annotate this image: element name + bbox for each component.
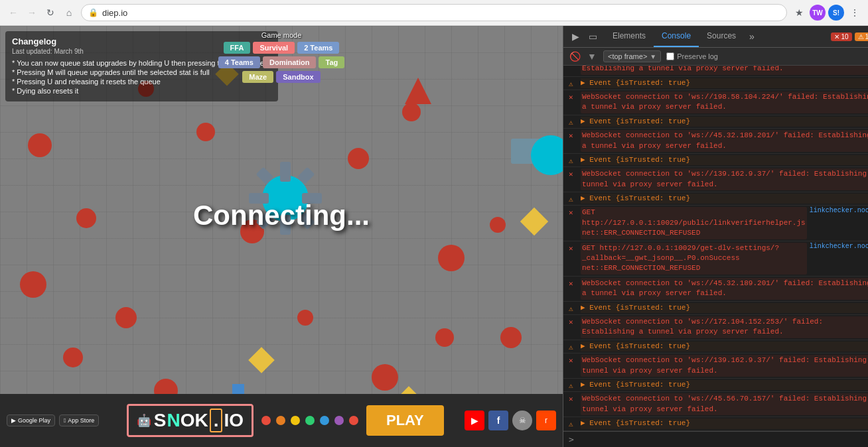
console-content[interactable]: dependencies (errRunning...build_71dc873…	[563, 66, 868, 431]
svg-point-13	[435, 328, 454, 347]
log-entry: ✕WebSocket connection to 'ws://139.162.9…	[563, 353, 868, 379]
log-source[interactable]: linkchecker.nocache.is:372	[810, 207, 868, 214]
tab-elements[interactable]: Elements	[605, 26, 654, 47]
dt-badges: ✕ 10 ⚠ 10	[827, 32, 868, 41]
log-entry: ⚠▶ Event {isTrusted: true}sdk.js:6	[563, 115, 868, 129]
log-body: WebSocket connection to 'ws://172.104.15…	[581, 66, 868, 75]
console-toolbar: 🚫 ▼ <top frame> ▼ Preserve log	[563, 48, 868, 66]
warn-log-icon: ⚠	[569, 80, 578, 88]
svg-rect-29	[302, 193, 322, 204]
preserve-log-text: Preserve log	[677, 52, 718, 60]
facebook-icon[interactable]: f	[488, 411, 508, 430]
svg-point-2	[76, 208, 96, 228]
browser-chrome: ← → ↻ ⌂ 🔒 diep.io ★ TW S! ⋮	[0, 0, 868, 26]
console-input[interactable]	[578, 436, 868, 444]
log-entry: ✕GET http://127.0.0.1:10029/public/linkv…	[563, 206, 868, 241]
devtools-tabs: Elements Console Sources »	[605, 26, 827, 47]
reddit-icon[interactable]: r	[536, 411, 556, 430]
tab-console[interactable]: Console	[654, 26, 699, 47]
warn-log-icon: ⚠	[569, 343, 578, 351]
error-log-icon: ✕	[569, 279, 578, 288]
log-entry: ⚠▶ Event {isTrusted: true}sdk.js:6	[563, 340, 868, 353]
svg-point-7	[297, 310, 313, 326]
address-bar[interactable]: 🔒 diep.io	[81, 4, 787, 21]
menu-button[interactable]: ⋮	[847, 5, 863, 21]
profile1-button[interactable]: TW	[810, 5, 826, 21]
svg-rect-20	[248, 347, 275, 373]
lock-icon: 🔒	[88, 8, 98, 17]
log-body: ▶ Event {isTrusted: true}	[581, 380, 868, 390]
game-svg	[0, 26, 563, 447]
log-entry: ⚠▶ Event {isTrusted: true}sdk.js:6	[563, 154, 868, 167]
log-entry: ⚠▶ Event {isTrusted: true}sdk.js:6	[563, 192, 868, 206]
apple-store-button[interactable]:  App Store	[59, 415, 99, 426]
log-source[interactable]: linkchecker.nocache.is:208	[810, 243, 868, 250]
nav-buttons: ← → ↻ ⌂	[5, 5, 77, 21]
log-entry: ✕WebSocket connection to 'ws://45.56.70.…	[563, 392, 868, 417]
snok-dots	[261, 416, 358, 425]
dot-orange	[276, 416, 285, 425]
warn-log-icon: ⚠	[569, 118, 578, 127]
log-entry: ⚠▶ Event {isTrusted: true}sdk.js:6	[563, 77, 868, 90]
devtools-panel: ▶ ▭ Elements Console Sources » ✕ 10 ⚠ 10	[563, 26, 868, 447]
game-area[interactable]: Changelog Last updated: March 9th * You …	[0, 26, 563, 447]
error-log-icon: ✕	[569, 93, 578, 101]
skull-icon[interactable]: ☠	[512, 411, 532, 430]
refresh-button[interactable]: ↻	[42, 5, 58, 21]
log-entry: ✕GET http://127.0.0.1:10029/get-dlv-sett…	[563, 241, 868, 277]
log-body: WebSocket connection to 'ws://45.56.70.1…	[581, 393, 868, 415]
profile2-button[interactable]: S!	[828, 5, 844, 21]
snok-text-n: N	[167, 410, 180, 431]
snok-text-ok: OK	[181, 410, 208, 431]
google-play-button[interactable]: ▶ Google Play	[7, 415, 55, 426]
svg-rect-22	[215, 62, 238, 86]
snok-dot-box: .	[210, 409, 223, 432]
svg-rect-28	[249, 193, 269, 204]
forward-button[interactable]: →	[24, 5, 40, 21]
error-badge: ✕ 10	[831, 32, 851, 41]
snok-ad-area: 🤖 S N OK . IO PLAY	[127, 404, 444, 437]
play-button[interactable]: PLAY	[366, 405, 444, 436]
warn-log-icon: ⚠	[569, 195, 578, 204]
svg-point-12	[500, 327, 522, 348]
devtools-toolbar: ▶ ▭ Elements Console Sources » ✕ 10 ⚠ 10	[563, 26, 868, 48]
dot-blue	[320, 416, 329, 425]
error-log-icon: ✕	[569, 318, 578, 326]
console-clear-button[interactable]: 🚫	[569, 50, 581, 62]
more-tabs-button[interactable]: »	[744, 26, 760, 47]
tab-sources[interactable]: Sources	[699, 26, 744, 47]
log-entry: ✕WebSocket connection to 'ws://45.32.189…	[563, 277, 868, 302]
svg-rect-26	[280, 162, 291, 182]
snok-text-s: S	[154, 410, 167, 431]
home-button[interactable]: ⌂	[61, 5, 77, 21]
preserve-log-checkbox[interactable]	[666, 52, 674, 60]
back-button[interactable]: ←	[5, 5, 21, 21]
svg-point-8	[348, 148, 369, 169]
console-context-selector[interactable]: <top frame> ▼	[603, 50, 661, 62]
youtube-icon[interactable]: ▶	[465, 411, 484, 430]
url-text: diep.io	[102, 8, 127, 18]
inspect-icon[interactable]: ▶	[567, 29, 583, 44]
robot-icon: 🤖	[137, 413, 151, 428]
snok-logo[interactable]: 🤖 S N OK . IO	[127, 404, 253, 437]
context-dropdown-icon: ▼	[650, 53, 656, 60]
device-icon[interactable]: ▭	[585, 29, 601, 44]
log-entry: ⚠▶ Event {isTrusted: true}sdk.js:6	[563, 417, 868, 430]
log-entry: ✕WebSocket connection to 'ws://139.162.9…	[563, 167, 868, 192]
log-body: WebSocket connection to 'ws://198.58.104…	[581, 92, 868, 113]
console-filter-button[interactable]: ▼	[586, 50, 598, 62]
main-area: Changelog Last updated: March 9th * You …	[0, 26, 868, 447]
error-log-icon: ✕	[569, 395, 578, 403]
svg-point-5	[196, 123, 215, 141]
preserve-log-label[interactable]: Preserve log	[666, 52, 718, 60]
store-buttons: ▶ Google Play  App Store	[7, 415, 99, 426]
bookmark-button[interactable]: ★	[791, 5, 807, 21]
log-body: WebSocket connection to 'ws://172.104.15…	[581, 316, 868, 338]
toolbar-actions: ★ TW S! ⋮	[791, 5, 863, 21]
log-body: ▶ Event {isTrusted: true}	[581, 117, 868, 127]
svg-point-25	[262, 175, 309, 222]
error-log-icon: ✕	[569, 208, 578, 217]
svg-point-4	[115, 307, 137, 328]
dot-red2	[349, 416, 358, 425]
log-entry: ✕WebSocket connection to 'ws://172.104.1…	[563, 315, 868, 340]
